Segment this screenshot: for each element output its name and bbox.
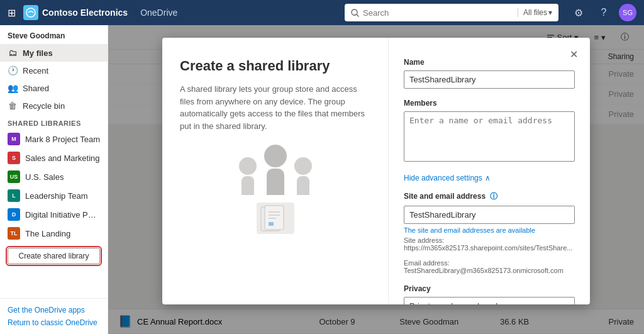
privacy-select[interactable]: Private - only members have access Publi… — [404, 297, 575, 304]
leadership-badge: L — [8, 189, 20, 202]
docs-illustration — [257, 203, 294, 234]
create-shared-library-button[interactable]: Create shared library — [8, 248, 100, 264]
privacy-field: Privacy Private - only members have acce… — [404, 284, 575, 304]
privacy-label: Privacy — [404, 284, 575, 293]
modal-description: A shared library lets your group store a… — [180, 83, 370, 132]
digital-badge: D — [8, 208, 20, 221]
app-name: OneDrive — [140, 8, 177, 18]
sidebar-item-my-files[interactable]: 🗂 My files — [0, 44, 108, 62]
svg-line-2 — [357, 14, 359, 17]
email-address-text: Email address: TestSharedLibrary@m365x82… — [404, 259, 575, 274]
sales-badge: S — [8, 152, 20, 164]
search-input[interactable] — [363, 8, 514, 18]
ussales-label: U.S. Sales — [25, 172, 64, 182]
illustration-group — [239, 145, 312, 234]
get-onedrive-apps-link[interactable]: Get the OneDrive apps — [8, 304, 100, 316]
sidebar-bottom: Get the OneDrive apps Return to classic … — [0, 298, 108, 334]
site-address-input[interactable] — [404, 206, 575, 224]
recent-icon: 🕐 — [8, 65, 18, 75]
svg-rect-7 — [265, 206, 284, 230]
name-label: Name — [404, 58, 575, 67]
figure-head-left — [239, 157, 257, 175]
modal-illustration — [180, 145, 370, 234]
figure-group — [239, 145, 312, 195]
sidebar-lib-leadership[interactable]: L Leadership Team — [0, 186, 108, 205]
sidebar-lib-landing[interactable]: TL The Landing — [0, 224, 108, 243]
modal-close-button[interactable]: ✕ — [565, 45, 582, 63]
sidebar-item-recycle-bin[interactable]: 🗑 Recycle bin — [0, 97, 108, 114]
return-classic-link[interactable]: Return to classic OneDrive — [8, 316, 100, 329]
sidebar-item-shared[interactable]: 👥 Shared — [0, 79, 108, 97]
figure-body-right — [297, 176, 309, 195]
site-info-icon: ⓘ — [490, 192, 497, 201]
topnav-icons: ⚙ ? SG — [569, 3, 636, 23]
sidebar-lib-mark8[interactable]: M Mark 8 Project Team — [0, 130, 108, 148]
modal-title: Create a shared library — [180, 58, 370, 74]
recycle-bin-icon: 🗑 — [8, 101, 18, 111]
leadership-label: Leadership Team — [25, 191, 88, 201]
modal-right-panel: ✕ Name Members Hide advanced settings ∧ — [389, 38, 590, 304]
sales-label: Sales and Marketing — [25, 153, 100, 163]
landing-badge: TL — [8, 227, 20, 240]
site-address-text: Site address: https://m365x825173.sharep… — [404, 237, 575, 252]
brand-logo[interactable]: Contoso Electronics — [23, 5, 128, 20]
site-label: Site and email address ⓘ — [404, 191, 575, 202]
mark8-label: Mark 8 Project Team — [25, 135, 100, 144]
sidebar-user: Steve Goodman — [0, 25, 108, 44]
my-files-icon: 🗂 — [8, 48, 18, 58]
availability-text: The site and email addresses are availab… — [404, 226, 575, 234]
figure-center — [264, 145, 287, 195]
ussales-badge: US — [8, 170, 20, 183]
search-bar[interactable]: All files ▾ — [345, 4, 558, 21]
name-field: Name — [404, 58, 575, 89]
modal-left-panel: Create a shared library A shared library… — [162, 38, 389, 304]
figure-body-left — [242, 176, 254, 195]
mark8-badge: M — [8, 133, 20, 145]
sidebar-item-recent[interactable]: 🕐 Recent — [0, 62, 108, 79]
avatar[interactable]: SG — [619, 4, 636, 21]
shared-icon: 👥 — [8, 83, 18, 93]
members-input[interactable] — [404, 111, 575, 162]
modal-overlay: Create a shared library A shared library… — [108, 25, 644, 334]
figure-left — [239, 157, 257, 195]
figure-body-center — [267, 169, 284, 195]
main-area: Steve Goodman 🗂 My files 🕐 Recent 👥 Shar… — [0, 25, 644, 334]
sidebar-lib-sales[interactable]: S Sales and Marketing — [0, 148, 108, 167]
svg-rect-11 — [269, 222, 274, 226]
figure-right — [294, 157, 312, 195]
svg-point-0 — [26, 8, 35, 17]
sidebar-lib-digital[interactable]: D Digital Initiative Public Re — [0, 205, 108, 224]
shared-libraries-header: Shared libraries — [0, 114, 108, 130]
figure-head-right — [294, 157, 312, 175]
hide-advanced-link[interactable]: Hide advanced settings ∧ — [404, 174, 575, 182]
name-input[interactable] — [404, 70, 575, 89]
create-library-modal: Create a shared library A shared library… — [162, 38, 590, 304]
svg-point-1 — [352, 9, 357, 15]
figure-head-center — [264, 145, 287, 167]
site-address-field: Site and email address ⓘ The site and em… — [404, 191, 575, 274]
members-label: Members — [404, 99, 575, 108]
landing-label: The Landing — [25, 229, 70, 238]
top-navigation: ⊞ Contoso Electronics OneDrive All files… — [0, 0, 644, 25]
brand-name: Contoso Electronics — [42, 8, 128, 18]
search-filter-dropdown[interactable]: All files ▾ — [518, 8, 552, 17]
content-area: Sort ▾ ≡ ▾ ⓘ Sharing — [108, 25, 644, 334]
help-button[interactable]: ? — [594, 3, 614, 23]
sidebar-lib-ussales[interactable]: US U.S. Sales — [0, 167, 108, 186]
grid-icon[interactable]: ⊞ — [8, 7, 16, 19]
search-icon — [351, 9, 359, 17]
digital-label: Digital Initiative Public Re — [25, 210, 100, 220]
docs-svg — [260, 204, 291, 232]
settings-button[interactable]: ⚙ — [569, 3, 589, 23]
sidebar: Steve Goodman 🗂 My files 🕐 Recent 👥 Shar… — [0, 25, 108, 334]
brand-icon — [23, 5, 38, 20]
members-field: Members — [404, 99, 575, 164]
availability-message: The site and email addresses are availab… — [404, 226, 575, 274]
